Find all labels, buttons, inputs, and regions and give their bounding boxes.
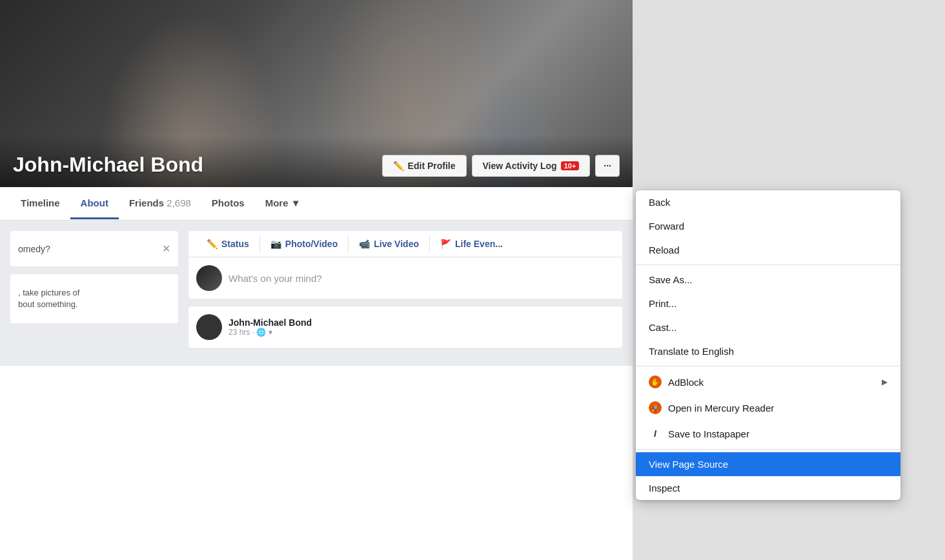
left-sidebar: omedy? ✕ , take pictures of bout somethi… bbox=[10, 231, 178, 355]
composer-tab-life-event[interactable]: 🚩 Life Even... bbox=[430, 231, 513, 257]
composer-text-input[interactable]: What's on your mind? bbox=[229, 273, 615, 284]
post-meta: John-Michael Bond 23 hrs · 🌐 ▾ bbox=[229, 317, 615, 337]
post-avatar bbox=[196, 314, 222, 340]
reload-label: Reload bbox=[649, 245, 680, 255]
post-header: John-Michael Bond 23 hrs · 🌐 ▾ bbox=[188, 306, 622, 348]
post-time: 23 hrs · 🌐 ▾ bbox=[229, 328, 615, 337]
tab-more[interactable]: More ▼ bbox=[255, 188, 311, 219]
back-label: Back bbox=[649, 197, 670, 208]
instapaper-label: Save to Instapaper bbox=[668, 428, 749, 439]
inspect-label: Inspect bbox=[649, 483, 680, 494]
pencil-status-icon: ✏️ bbox=[207, 239, 218, 249]
post-card: John-Michael Bond 23 hrs · 🌐 ▾ bbox=[188, 306, 622, 348]
menu-item-cast[interactable]: Cast... bbox=[636, 315, 900, 339]
profile-header-bottom: John-Michael Bond ✏️ Edit Profile View A… bbox=[0, 135, 633, 187]
composer-avatar-image bbox=[196, 265, 222, 291]
view-activity-log-button[interactable]: View Activity Log 10+ bbox=[472, 155, 591, 177]
instapaper-icon: I bbox=[649, 427, 662, 440]
sidebar-description: , take pictures of bout something. bbox=[18, 282, 170, 315]
forward-label: Forward bbox=[649, 221, 684, 232]
sidebar-search-item: omedy? ✕ bbox=[18, 239, 170, 259]
tab-photos[interactable]: Photos bbox=[201, 188, 255, 219]
composer-tab-live[interactable]: 📹 Live Video bbox=[349, 231, 429, 257]
menu-divider-2 bbox=[636, 366, 900, 366]
flag-icon: 🚩 bbox=[440, 239, 451, 249]
sidebar-search-text: omedy? bbox=[18, 244, 50, 254]
composer-card: ✏️ Status 📷 Photo/Video 📹 Live Video bbox=[188, 231, 622, 299]
composer-tab-photo[interactable]: 📷 Photo/Video bbox=[260, 231, 348, 257]
post-author[interactable]: John-Michael Bond bbox=[229, 317, 615, 328]
more-options-button[interactable]: ··· bbox=[595, 155, 620, 177]
profile-content: omedy? ✕ , take pictures of bout somethi… bbox=[0, 221, 633, 366]
adblock-icon: ✋ bbox=[649, 375, 662, 388]
mercury-icon: 🚀 bbox=[649, 401, 662, 414]
pencil-icon: ✏️ bbox=[393, 161, 404, 171]
composer-tab-status[interactable]: ✏️ Status bbox=[196, 231, 259, 257]
menu-item-forward[interactable]: Forward bbox=[636, 214, 900, 238]
dots-icon: ··· bbox=[604, 161, 611, 171]
edit-profile-button[interactable]: ✏️ Edit Profile bbox=[382, 155, 467, 177]
profile-actions: ✏️ Edit Profile View Activity Log 10+ ··… bbox=[382, 155, 620, 177]
print-label: Print... bbox=[649, 298, 676, 309]
composer-avatar bbox=[196, 265, 222, 291]
facebook-profile: John-Michael Bond ✏️ Edit Profile View A… bbox=[0, 0, 633, 560]
mercury-label: Open in Mercury Reader bbox=[668, 403, 774, 414]
adblock-label: AdBlock bbox=[668, 377, 704, 388]
profile-name: John-Michael Bond bbox=[13, 153, 382, 177]
save-as-label: Save As... bbox=[649, 274, 693, 285]
menu-item-reload[interactable]: Reload bbox=[636, 238, 900, 262]
mercury-icon-shape: 🚀 bbox=[649, 401, 662, 414]
close-search-icon[interactable]: ✕ bbox=[162, 243, 170, 255]
composer-tabs: ✏️ Status 📷 Photo/Video 📹 Live Video bbox=[188, 231, 622, 257]
menu-item-instapaper[interactable]: I Save to Instapaper bbox=[636, 421, 900, 446]
menu-item-mercury[interactable]: 🚀 Open in Mercury Reader bbox=[636, 395, 900, 421]
translate-label: Translate to English bbox=[649, 346, 734, 357]
feed-area: ✏️ Status 📷 Photo/Video 📹 Live Video bbox=[188, 231, 622, 355]
tab-timeline[interactable]: Timeline bbox=[10, 188, 70, 219]
cast-label: Cast... bbox=[649, 322, 676, 333]
menu-item-view-source[interactable]: View Page Source bbox=[636, 452, 900, 476]
friends-count: 2,698 bbox=[167, 197, 191, 208]
menu-divider-3 bbox=[636, 449, 900, 450]
edit-profile-label: Edit Profile bbox=[408, 161, 456, 171]
sidebar-card-description: , take pictures of bout something. bbox=[10, 274, 178, 323]
video-icon: 📹 bbox=[359, 239, 370, 249]
menu-item-adblock[interactable]: ✋ AdBlock ▶ bbox=[636, 369, 900, 395]
menu-divider-1 bbox=[636, 265, 900, 265]
adblock-icon-shape: ✋ bbox=[649, 375, 662, 388]
menu-item-translate[interactable]: Translate to English bbox=[636, 339, 900, 363]
adblock-arrow-icon: ▶ bbox=[882, 377, 888, 386]
chevron-down-icon: ▼ bbox=[291, 197, 301, 208]
activity-log-label: View Activity Log bbox=[483, 161, 557, 171]
menu-item-print[interactable]: Print... bbox=[636, 292, 900, 315]
tab-friends[interactable]: Friends 2,698 bbox=[119, 188, 201, 219]
cover-photo: John-Michael Bond ✏️ Edit Profile View A… bbox=[0, 0, 633, 187]
composer-input-area: What's on your mind? bbox=[188, 257, 622, 299]
context-menu: Back Forward Reload Save As... Print... … bbox=[636, 190, 900, 500]
menu-item-inspect[interactable]: Inspect bbox=[636, 476, 900, 500]
menu-item-save-as[interactable]: Save As... bbox=[636, 268, 900, 292]
profile-nav: Timeline About Friends 2,698 Photos More… bbox=[0, 187, 633, 221]
sidebar-card-search: omedy? ✕ bbox=[10, 231, 178, 266]
camera-icon: 📷 bbox=[270, 239, 281, 249]
activity-badge: 10+ bbox=[561, 161, 580, 170]
view-source-label: View Page Source bbox=[649, 459, 728, 470]
tab-about[interactable]: About bbox=[70, 188, 119, 219]
menu-item-back[interactable]: Back bbox=[636, 190, 900, 214]
